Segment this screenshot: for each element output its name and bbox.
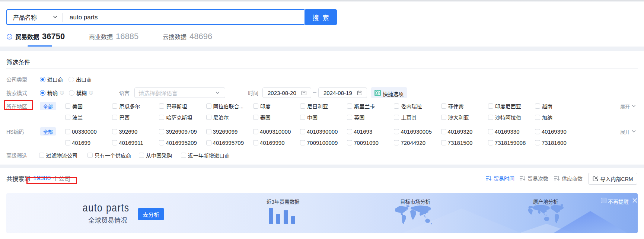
svg-text:?: ? (9, 35, 10, 39)
